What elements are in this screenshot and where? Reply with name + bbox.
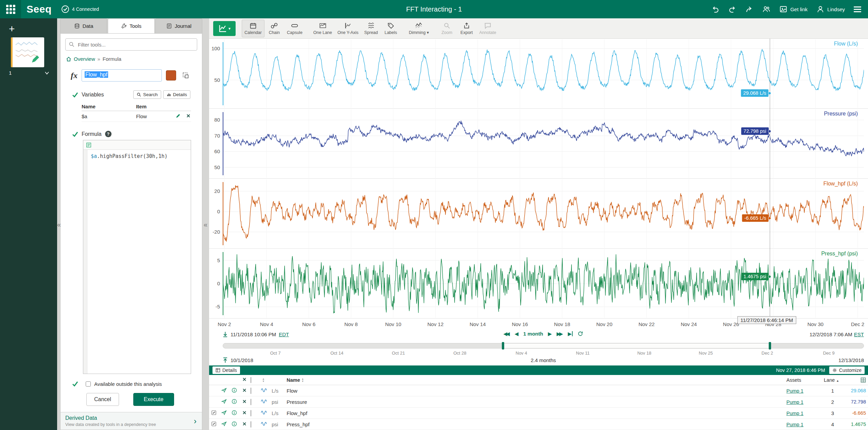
spread-button[interactable]: Spread (361, 20, 381, 37)
item-name[interactable]: Flow (287, 388, 786, 394)
chart-lane-flow_hpf[interactable]: 200-20Flow_hpf (L/s) (209, 179, 868, 249)
lane-label[interactable]: Pressure (psi) (824, 111, 858, 117)
app-switcher-button[interactable] (0, 0, 21, 18)
collapse-panel-icon[interactable]: « (204, 221, 207, 229)
customize-button[interactable]: Customize (829, 366, 865, 374)
variables-search-button[interactable]: Search (133, 90, 161, 99)
y-axis-flow_hpf[interactable]: 200-20 (209, 179, 223, 249)
share-forward-icon[interactable] (745, 5, 753, 13)
chain-button[interactable]: Chain (265, 20, 284, 37)
chevron-down-icon[interactable] (44, 70, 50, 76)
edit-item-icon[interactable] (211, 421, 217, 427)
chevron-right-icon[interactable]: › (194, 416, 197, 426)
investigate-end[interactable]: 12/13/2018 (838, 357, 864, 363)
item-name[interactable]: Press_hpf (287, 422, 786, 427)
details-col-lane[interactable]: Lane▲ (824, 377, 841, 383)
send-item-icon[interactable] (221, 399, 227, 404)
derived-data-panel[interactable]: Derived Data View data created by tools … (61, 412, 202, 430)
remove-variable-icon[interactable] (186, 113, 191, 119)
sort-type-icon[interactable]: ▲▼ (262, 378, 265, 382)
step-back-full-icon[interactable]: ◀◀ (503, 331, 510, 336)
investigate-start[interactable]: 10/1/2018 (231, 357, 253, 363)
edit-item-icon[interactable] (211, 410, 217, 415)
remove-item-icon[interactable] (242, 399, 247, 404)
signal-icon[interactable] (261, 422, 268, 426)
help-icon[interactable]: ? (105, 131, 112, 137)
edit-variable-icon[interactable] (175, 113, 181, 119)
send-item-icon[interactable] (221, 421, 227, 427)
row-checkbox[interactable] (251, 410, 251, 416)
details-row-press_hpf[interactable]: psiPress_hpfPump 141.4675 (209, 419, 868, 430)
details-row-flow_hpf[interactable]: L/sFlow_hpfPump 13-6.665 (209, 408, 868, 419)
asset-link[interactable]: Pump 1 (786, 422, 803, 427)
y-axis-flow[interactable]: 10050 (209, 39, 223, 109)
chart-lane-press_hpf[interactable]: 50-5Press_hpf (psi) (209, 249, 868, 319)
scrollbar-handle-left[interactable] (502, 342, 504, 350)
add-worksheet-button[interactable]: + (9, 24, 15, 33)
tab-data[interactable]: Data (60, 18, 107, 33)
collapse-tools-panel-icon[interactable]: « (57, 221, 61, 229)
remove-all-icon[interactable] (242, 377, 247, 382)
table-columns-icon[interactable] (861, 377, 866, 383)
dimming-button[interactable]: Dimming ▾ (406, 20, 431, 37)
details-row-pressure[interactable]: psiPressurePump 1272.798 (209, 396, 868, 408)
available-outside-checkbox[interactable] (86, 381, 91, 387)
y-axis-press_hpf[interactable]: 50-5 (209, 249, 223, 319)
undo-icon[interactable] (711, 5, 719, 13)
sort-name-icon[interactable]: ▲▼ (302, 378, 304, 382)
execute-button[interactable]: Execute (133, 393, 174, 406)
user-menu[interactable]: Lindsey (816, 5, 845, 13)
get-link-button[interactable]: Get link (779, 5, 807, 13)
export-button[interactable]: Export (457, 20, 476, 37)
chart-lane-flow[interactable]: 10050Flow (L/s) (209, 39, 868, 109)
signal-icon[interactable] (261, 399, 268, 404)
worksheet-thumbnail[interactable] (11, 37, 44, 67)
users-icon[interactable] (762, 5, 770, 13)
one-lane-button[interactable]: One Lane (311, 20, 335, 37)
details-row-flow[interactable]: L/sFlowPump 1129.068 (209, 385, 868, 396)
lane-label[interactable]: Flow (L/s) (834, 41, 858, 47)
remove-item-icon[interactable] (242, 421, 247, 427)
redo-icon[interactable] (728, 5, 736, 13)
asset-link[interactable]: Pump 1 (786, 399, 803, 405)
row-checkbox[interactable] (251, 399, 251, 405)
trend-view-button[interactable]: ▾ (213, 21, 236, 36)
scrollbar-handle-right[interactable] (769, 342, 771, 350)
connection-status[interactable]: 4 Connected (61, 5, 99, 13)
asset-link[interactable]: Pump 1 (786, 388, 803, 394)
item-name[interactable]: Flow_hpf (287, 410, 786, 416)
filter-tools-input[interactable] (65, 38, 197, 51)
tab-tools[interactable]: Tools (108, 18, 155, 33)
chart-lane-pressure[interactable]: 80706050Pressure (psi) (209, 109, 868, 179)
select-all-checkbox[interactable] (251, 377, 251, 383)
one-yaxis-button[interactable]: One Y-Axis (335, 20, 361, 37)
timezone-end-link[interactable]: EST (854, 332, 864, 337)
timezone-start-link[interactable]: EDT (279, 332, 289, 337)
capsule-button[interactable]: Capsule (284, 20, 305, 37)
step-back-half-icon[interactable]: ◀ (515, 331, 519, 336)
display-range-end[interactable]: 12/2/2018 7:06 AM (810, 332, 852, 337)
signal-icon[interactable] (261, 410, 268, 415)
tab-journal[interactable]: Journal (155, 18, 202, 33)
chart-lanes[interactable]: 10050Flow (L/s)29.068 L/s80706050Pressur… (209, 39, 868, 319)
details-col-name[interactable]: Name▲▼ (287, 377, 786, 383)
item-info-icon[interactable] (232, 421, 237, 427)
refresh-icon[interactable] (578, 331, 583, 337)
remove-item-icon[interactable] (242, 410, 247, 415)
details-title-chip[interactable]: Details (212, 366, 240, 374)
cancel-button[interactable]: Cancel (86, 393, 119, 406)
formula-editor[interactable]: $a.highPassFilter(30h,1h) (83, 140, 191, 374)
lane-label[interactable]: Press_hpf (psi) (821, 251, 858, 257)
asset-link[interactable]: Pump 1 (786, 411, 803, 416)
step-forward-full-icon[interactable]: ▶▶ (557, 331, 563, 336)
row-checkbox[interactable] (251, 388, 251, 394)
item-picker-icon[interactable] (180, 70, 191, 80)
signal-plot-flow_hpf[interactable] (223, 179, 864, 249)
item-info-icon[interactable] (232, 388, 237, 393)
signal-plot-pressure[interactable] (223, 109, 864, 179)
display-range-start[interactable]: 11/1/2018 10:06 PM (231, 332, 276, 337)
scrollbar-selection[interactable] (503, 343, 770, 348)
color-swatch-button[interactable] (166, 70, 176, 80)
formula-code[interactable]: $a.highPassFilter(30h,1h) (87, 150, 171, 374)
hamburger-menu-icon[interactable] (854, 6, 861, 12)
